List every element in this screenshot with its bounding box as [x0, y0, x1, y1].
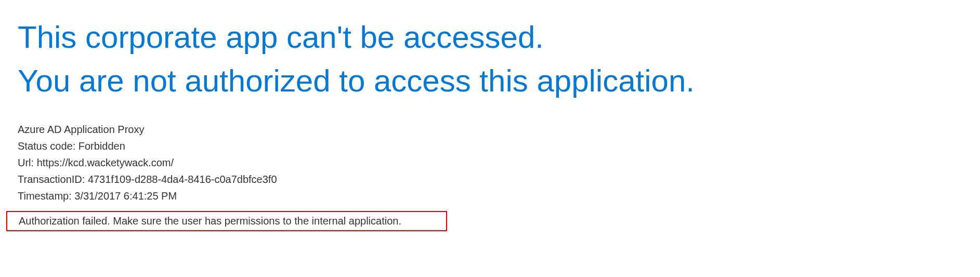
url-line: Url: https://kcd.wacketywack.com/: [18, 155, 962, 170]
heading-line-2: You are not authorized to access this ap…: [18, 59, 962, 103]
service-name: Azure AD Application Proxy: [18, 122, 962, 137]
transaction-id-label: TransactionID:: [18, 174, 85, 185]
status-code-line: Status code: Forbidden: [18, 138, 962, 154]
heading-line-1: This corporate app can't be accessed.: [18, 16, 962, 59]
error-heading: This corporate app can't be accessed. Yo…: [18, 16, 962, 103]
status-code-value: Forbidden: [79, 140, 125, 152]
status-code-label: Status code:: [18, 140, 75, 152]
timestamp-label: Timestamp:: [18, 190, 72, 202]
error-message-highlight: Authorization failed. Make sure the user…: [6, 211, 447, 231]
timestamp-line: Timestamp: 3/31/2017 6:41:25 PM: [18, 188, 962, 204]
error-details: Azure AD Application Proxy Status code: …: [18, 122, 962, 204]
transaction-id-line: TransactionID: 4731f109-d288-4da4-8416-c…: [18, 172, 962, 187]
timestamp-value: 3/31/2017 6:41:25 PM: [74, 190, 177, 202]
url-value: https://kcd.wacketywack.com/: [37, 157, 174, 168]
transaction-id-value: 4731f109-d288-4da4-8416-c0a7dbfce3f0: [88, 174, 277, 185]
error-message-text: Authorization failed. Make sure the user…: [7, 215, 430, 227]
url-label: Url:: [18, 157, 34, 168]
